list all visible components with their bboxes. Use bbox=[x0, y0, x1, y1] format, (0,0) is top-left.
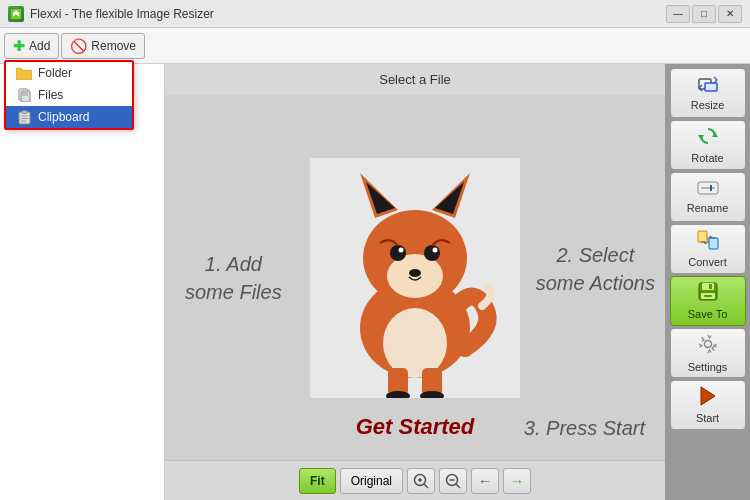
clipboard-label: Clipboard bbox=[38, 110, 89, 124]
dropdown-item-files[interactable]: Files bbox=[6, 84, 132, 106]
select-file-label: Select a File bbox=[379, 72, 451, 87]
bottom-toolbar: Fit Original ← → bbox=[165, 460, 665, 500]
svg-marker-37 bbox=[712, 132, 718, 137]
svg-rect-41 bbox=[710, 185, 712, 191]
remove-button[interactable]: 🚫 Remove bbox=[61, 33, 145, 59]
rotate-label: Rotate bbox=[691, 152, 723, 164]
rotate-button[interactable]: Rotate bbox=[670, 120, 746, 170]
rename-icon bbox=[697, 180, 719, 200]
settings-label: Settings bbox=[688, 361, 728, 373]
settings-button[interactable]: Settings bbox=[670, 328, 746, 378]
add-icon: ✚ bbox=[13, 38, 25, 54]
step3-text: 3. Press Start bbox=[524, 417, 645, 439]
original-button[interactable]: Original bbox=[340, 468, 403, 494]
app-title: Flexxi - The flexible Image Resizer bbox=[30, 7, 214, 21]
convert-icon bbox=[697, 230, 719, 254]
clipboard-icon bbox=[16, 110, 32, 124]
resize-label: Resize bbox=[691, 99, 725, 111]
step2-instruction: 2. Select some Actions bbox=[536, 241, 655, 297]
svg-rect-6 bbox=[22, 110, 27, 113]
step1-instruction: 1. Add some Files bbox=[185, 250, 282, 306]
svg-rect-36 bbox=[705, 83, 717, 91]
svg-point-21 bbox=[399, 247, 404, 252]
next-button[interactable]: → bbox=[503, 468, 531, 494]
title-bar: Flexxi - The flexible Image Resizer — □ … bbox=[0, 0, 750, 28]
start-label: Start bbox=[696, 412, 719, 424]
svg-point-22 bbox=[433, 247, 438, 252]
folder-label: Folder bbox=[38, 66, 72, 80]
add-dropdown-menu: Folder Files bbox=[4, 60, 134, 130]
svg-point-20 bbox=[424, 245, 440, 261]
svg-point-12 bbox=[383, 308, 447, 378]
zoom-out-button[interactable] bbox=[439, 468, 467, 494]
maximize-button[interactable]: □ bbox=[692, 5, 716, 23]
folder-icon bbox=[16, 66, 32, 80]
svg-point-23 bbox=[409, 269, 421, 277]
app-icon bbox=[8, 6, 24, 22]
svg-rect-48 bbox=[704, 295, 712, 297]
svg-marker-38 bbox=[698, 135, 704, 140]
prev-button[interactable]: ← bbox=[471, 468, 499, 494]
convert-label: Convert bbox=[688, 256, 727, 268]
preview-image bbox=[310, 158, 520, 398]
start-icon bbox=[699, 386, 717, 410]
svg-rect-42 bbox=[698, 231, 707, 242]
start-button[interactable]: Start bbox=[670, 380, 746, 430]
fit-button[interactable]: Fit bbox=[299, 468, 336, 494]
toolbar: ✚ Add 🚫 Remove Folder Fil bbox=[0, 28, 750, 64]
add-label: Add bbox=[29, 39, 50, 53]
rename-button[interactable]: Rename bbox=[670, 172, 746, 222]
resize-icon bbox=[697, 75, 719, 97]
right-action-panel: Resize Rotate R bbox=[665, 64, 750, 500]
dropdown-item-folder[interactable]: Folder bbox=[6, 62, 132, 84]
files-label: Files bbox=[38, 88, 63, 102]
rotate-icon bbox=[697, 126, 719, 150]
rename-label: Rename bbox=[687, 202, 729, 214]
add-button[interactable]: ✚ Add bbox=[4, 33, 59, 59]
get-started-label: Get Started bbox=[356, 414, 475, 440]
remove-icon: 🚫 bbox=[70, 38, 87, 54]
save-to-icon bbox=[697, 282, 719, 306]
save-to-label: Save To bbox=[688, 308, 728, 320]
minimize-button[interactable]: — bbox=[666, 5, 690, 23]
convert-button[interactable]: Convert bbox=[670, 224, 746, 274]
step1-text: 1. Add some Files bbox=[185, 253, 282, 303]
svg-line-34 bbox=[456, 484, 460, 488]
svg-rect-43 bbox=[709, 238, 718, 249]
save-to-button[interactable]: Save To bbox=[670, 276, 746, 326]
svg-rect-46 bbox=[709, 284, 712, 289]
close-button[interactable]: ✕ bbox=[718, 5, 742, 23]
zoom-in-button[interactable] bbox=[407, 468, 435, 494]
window-controls: — □ ✕ bbox=[666, 5, 742, 23]
step2-text: 2. Select some Actions bbox=[536, 244, 655, 294]
image-canvas-area: 1. Add some Files bbox=[165, 95, 665, 460]
center-header: Select a File bbox=[165, 64, 665, 95]
remove-label: Remove bbox=[91, 39, 136, 53]
svg-line-31 bbox=[424, 484, 428, 488]
files-icon bbox=[16, 88, 32, 102]
svg-point-49 bbox=[704, 341, 711, 348]
svg-point-19 bbox=[390, 245, 406, 261]
svg-rect-45 bbox=[702, 283, 714, 290]
settings-icon bbox=[697, 333, 719, 359]
step3-instruction: 3. Press Start bbox=[524, 417, 645, 440]
resize-button[interactable]: Resize bbox=[670, 68, 746, 118]
center-panel: Select a File 1. Add some Files bbox=[165, 64, 665, 500]
svg-marker-50 bbox=[701, 387, 715, 405]
dropdown-item-clipboard[interactable]: Clipboard bbox=[6, 106, 132, 128]
